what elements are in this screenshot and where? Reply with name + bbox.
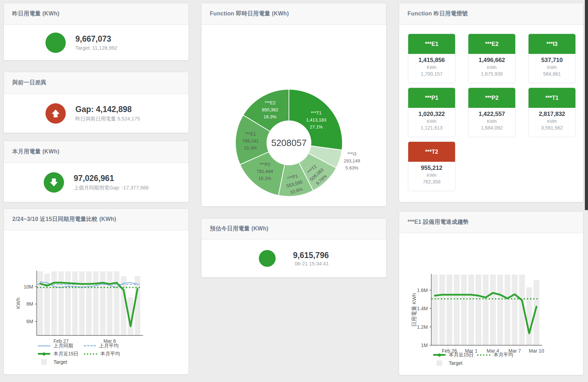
status-tile: ***P21,422,557KWh1,684,092 [468,88,516,137]
status-tile: ***E11,415,856KWh1,700,157 [408,34,455,83]
legend-label: Target [449,360,462,366]
arrow-up-icon [45,103,66,124]
card-header: 本月用電量 (KWh) [4,141,189,163]
donut-label-t1: ***T11,413,18327.1% [306,110,326,131]
card-title: ***E1 設備用電達成趨勢 [408,218,469,226]
tile-target: 1,121,613 [408,125,455,131]
donut-body: ***T11,413,18327.1% ***I3293,1495.63% **… [201,25,386,206]
tile-name: ***I3 [529,34,575,54]
legend-label: Target [54,359,67,365]
donut-label-p2: ***P2791,44415.2% [257,161,273,182]
compare-chart-body: 10M8M6MFeb 27Mar 6 KWh 上月同期 上月平均 本月近15日 … [4,230,189,374]
card-compare-chart: 2/24~3/10 近15日同期用電量比較 (KWh) 10M8M6MFeb 2… [3,208,189,375]
tile-value: 1,496,662 [468,57,515,64]
status-tile: ***T2955,212KWh762,358 [408,141,455,191]
tile-unit: KWh [529,119,575,124]
thick-line-swatch-icon [433,354,446,356]
tile-value: 2,817,832 [529,111,575,118]
tile-unit: KWh [408,119,455,124]
scrollbar-thumb[interactable] [585,0,588,210]
dashboard: 昨日用電量 (KWh) 9,667,073 Target: 11,128,992… [0,0,588,382]
svg-text:8M: 8M [27,301,33,307]
card-title: 昨日用電量 (KWh) [12,10,59,18]
legend-item[interactable]: 本月平均 [477,352,513,357]
legend-item[interactable]: 本月近15日 [38,351,84,356]
status-tile: ***E21,496,662KWh1,675,939 [468,34,516,83]
legend-label: 本月平均 [494,352,513,358]
thick-line-swatch-icon [38,353,50,355]
donut-chart[interactable]: ***T11,413,18327.1% ***I3293,1495.63% **… [201,25,386,206]
tile-name: ***E2 [468,34,515,54]
svg-text:Mar 10: Mar 10 [529,348,544,354]
svg-text:1.6M: 1.6M [417,287,428,293]
compare-legend: 上月同期 上月平均 本月近15日 本月平均 Target [38,343,120,364]
square-swatch-icon [437,360,442,366]
gap-subtext: 昨日與前日用電量 5,524,175 [76,116,147,122]
arrow-down-icon [44,172,64,193]
tile-name: ***T1 [529,88,575,108]
trend-y-axis-label: 日用電量 KWh [411,293,418,327]
tile-name: ***E1 [408,34,455,54]
dotted-line-swatch-icon [84,353,97,355]
card-today-estimate: 預估今日用電量 (KWh) 9,615,796 06-21 15:34:41 [201,218,387,278]
trend-legend: 本月近15日 本月平均 Target [433,352,513,366]
month-subtext: 上個月同期用電Gap: -17,377,566 [74,185,149,191]
yesterday-target: Target: 11,128,992 [76,45,147,51]
legend-item[interactable]: 本月平均 [84,351,120,356]
tile-value: 1,020,322 [408,111,455,118]
donut-label-e1: ***E1798,24115.3% [242,131,259,152]
donut-label-e2: ***E2850,36216.3% [262,99,278,120]
card-e1-trend-chart: ***E1 設備用電達成趨勢 1.6M1.4M1.2M1MFeb 26Mar 1… [399,211,583,375]
legend-label: 本月平均 [100,351,120,357]
donut-label-i3: ***I3293,1495.63% [344,151,360,172]
gap-value: Gap: 4,142,898 [76,105,147,114]
yesterday-value: 9,667,073 [76,34,147,44]
tile-value: 1,422,557 [468,111,515,118]
card-header: Function 昨日用電燈號 [399,3,583,25]
tile-target: 3,591,562 [529,125,575,131]
tile-value: 955,212 [408,165,455,172]
month-value: 97,026,961 [74,174,149,183]
tile-unit: KWh [408,65,455,70]
tile-unit: KWh [529,65,575,70]
status-tile: ***P11,020,322KWh1,121,613 [408,88,455,137]
card-header: 2/24~3/10 近15日同期用電量比較 (KWh) [4,209,189,230]
svg-text:6M: 6M [27,319,33,324]
legend-item[interactable]: 上月平均 [84,343,120,348]
card-title: Function 昨日用電燈號 [408,10,468,18]
legend-label: 本月近15日 [54,351,79,357]
card-title: 與前一日差異 [12,79,47,86]
svg-text:1M: 1M [421,342,428,348]
card-day-gap: 與前一日差異 Gap: 4,142,898 昨日與前日用電量 5,524,175 [3,72,189,133]
dotted-line-swatch-icon [477,354,490,356]
svg-text:10M: 10M [24,284,33,290]
status-circle-green [45,33,66,53]
card-body: 9,667,073 Target: 11,128,992 [4,25,189,60]
card-status-lights: Function 昨日用電燈號 ***E11,415,856KWh1,700,1… [399,3,583,202]
card-title: 預估今日用電量 (KWh) [210,225,268,232]
status-tile-grid: ***E11,415,856KWh1,700,157***E21,496,662… [399,25,583,191]
estimate-value: 9,615,796 [283,251,329,260]
estimate-timestamp: 06-21 15:34:41 [283,261,329,266]
card-header: ***E1 設備用電達成趨勢 [399,211,583,233]
legend-item[interactable]: Target [38,359,84,364]
line-swatch-icon [38,346,50,346]
card-body: 9,615,796 06-21 15:34:41 [201,239,386,277]
tile-value: 537,710 [529,57,575,64]
tile-unit: KWh [468,119,515,124]
legend-item[interactable]: 上月同期 [38,343,84,348]
card-yesterday-usage: 昨日用電量 (KWh) 9,667,073 Target: 11,128,992 [3,3,189,61]
square-swatch-icon [41,359,47,365]
legend-item[interactable]: Target [433,360,477,366]
card-header: Function 即時日用電量 (KWh) [201,3,386,25]
tile-name: ***P1 [408,88,455,108]
legend-item[interactable]: 本月近15日 [433,352,477,357]
status-tile: ***I3537,710KWh584,861 [528,34,576,83]
card-realtime-donut: Function 即時日用電量 (KWh) ***T11,413,18327.1… [201,3,387,207]
tile-unit: KWh [468,65,515,70]
card-title: Function 即時日用電量 (KWh) [210,10,289,18]
tile-target: 1,700,157 [408,71,455,77]
card-title: 本月用電量 (KWh) [12,148,59,155]
tile-unit: KWh [408,173,455,178]
trend-chart-body: 1.6M1.4M1.2M1MFeb 26Mar 1Mar 4Mar 7Mar 1… [399,233,583,375]
